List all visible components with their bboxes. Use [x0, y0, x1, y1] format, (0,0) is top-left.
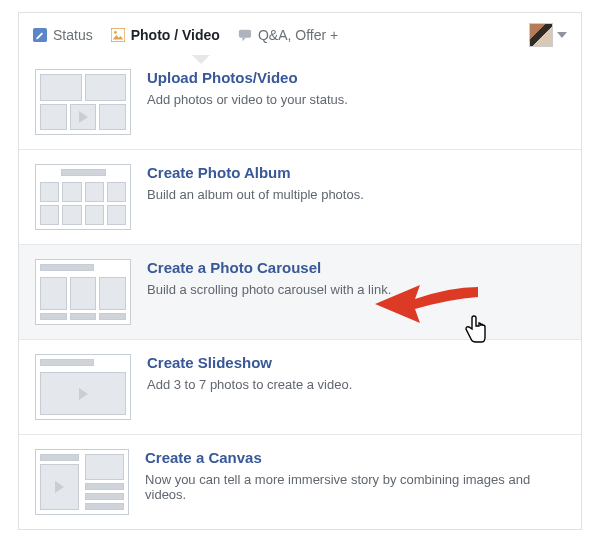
option-create-canvas[interactable]: Create a Canvas Now you can tell a more … [19, 435, 581, 529]
option-list: Upload Photos/Video Add photos or video … [18, 55, 582, 530]
tab-status-label: Status [53, 27, 93, 43]
tab-photo-video-label: Photo / Video [131, 27, 220, 43]
option-title: Create a Photo Carousel [147, 259, 391, 276]
photo-icon [111, 28, 125, 42]
tab-photo-video[interactable]: Photo / Video [111, 27, 220, 43]
avatar [529, 23, 553, 47]
option-desc: Build a scrolling photo carousel with a … [147, 282, 391, 297]
option-desc: Build an album out of multiple photos. [147, 187, 364, 202]
option-create-slideshow[interactable]: Create Slideshow Add 3 to 7 photos to cr… [19, 340, 581, 435]
pencil-icon [33, 28, 47, 42]
thumb-album-icon [35, 164, 131, 230]
tab-qa-offer-label: Q&A, Offer + [258, 27, 338, 43]
option-desc: Add 3 to 7 photos to create a video. [147, 377, 352, 392]
option-create-photo-album[interactable]: Create Photo Album Build an album out of… [19, 150, 581, 245]
option-create-photo-carousel[interactable]: Create a Photo Carousel Build a scrollin… [19, 245, 581, 340]
option-title: Create a Canvas [145, 449, 565, 466]
chat-icon [238, 28, 252, 42]
svg-rect-1 [111, 28, 125, 42]
svg-rect-3 [239, 30, 251, 38]
composer-bar: Status Photo / Video Q&A, Offer + [18, 12, 582, 55]
thumb-carousel-icon [35, 259, 131, 325]
thumb-canvas-icon [35, 449, 129, 515]
option-title: Create Slideshow [147, 354, 352, 371]
thumb-upload-icon [35, 69, 131, 135]
thumb-slideshow-icon [35, 354, 131, 420]
option-title: Upload Photos/Video [147, 69, 348, 86]
option-desc: Add photos or video to your status. [147, 92, 348, 107]
tab-status[interactable]: Status [33, 27, 93, 43]
option-desc: Now you can tell a more immersive story … [145, 472, 565, 502]
tab-qa-offer[interactable]: Q&A, Offer + [238, 27, 338, 43]
option-title: Create Photo Album [147, 164, 364, 181]
svg-point-2 [114, 31, 117, 34]
chevron-down-icon [557, 32, 567, 38]
option-upload-photos-video[interactable]: Upload Photos/Video Add photos or video … [19, 55, 581, 150]
profile-menu[interactable] [529, 23, 567, 47]
